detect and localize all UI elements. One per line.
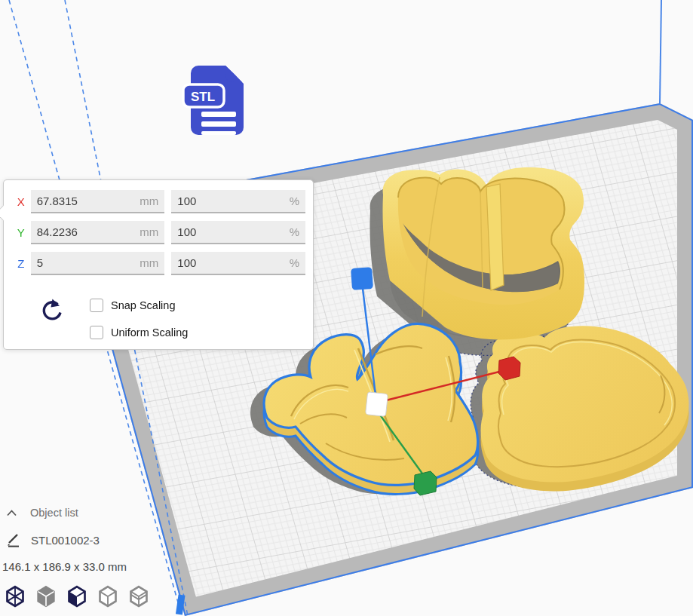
scale-row-z: Z 5 mm 100 % (11, 252, 305, 275)
object-item-name: STL001002-3 (31, 534, 100, 547)
uniform-scaling-checkbox[interactable]: Uniform Scaling (90, 325, 188, 340)
stl-file-icon: STL (182, 63, 248, 139)
gizmo-x-handle[interactable] (498, 357, 520, 380)
axis-label-x: X (11, 195, 31, 208)
y-size-input[interactable]: 84.2236 mm (31, 221, 165, 244)
snap-scaling-checkbox-box[interactable] (90, 299, 103, 312)
snap-scaling-checkbox[interactable]: Snap Scaling (90, 298, 175, 313)
gizmo-center-handle[interactable] (366, 392, 388, 417)
z-percent-value: 100 (177, 256, 289, 269)
z-size-unit: mm (140, 256, 158, 269)
view-mode-toolbar (5, 585, 159, 608)
half-filled-cube-icon[interactable] (66, 585, 87, 608)
solid-cube-icon[interactable] (35, 585, 57, 608)
pencil-icon (6, 532, 22, 547)
gizmo-z-handle[interactable] (351, 267, 373, 290)
axis-label-z: Z (11, 257, 31, 270)
stl-badge-label: STL (191, 90, 215, 104)
scale-tool-panel: X 67.8315 mm 100 % Y 84.2236 mm 100 % Z (3, 179, 314, 350)
uniform-scaling-label: Uniform Scaling (111, 326, 188, 339)
y-percent-unit: % (290, 225, 299, 238)
x-size-unit: mm (140, 195, 158, 207)
z-size-input[interactable]: 5 mm (31, 252, 165, 275)
model-cookie-cutter-box[interactable] (382, 167, 584, 339)
reset-scale-button[interactable] (37, 296, 67, 328)
x-percent-input[interactable]: 100 % (171, 190, 305, 213)
z-percent-input[interactable]: 100 % (171, 252, 305, 275)
panel-pointer-tail (0, 205, 11, 221)
layered-cube-icon[interactable] (128, 585, 149, 608)
x-percent-unit: % (290, 195, 299, 207)
y-percent-input[interactable]: 100 % (171, 221, 305, 244)
x-size-value: 67.8315 (37, 195, 140, 207)
gizmo-y-handle[interactable] (414, 471, 437, 495)
y-percent-value: 100 (177, 225, 289, 238)
object-list-title: Object list (30, 507, 78, 519)
outline-cube-icon[interactable] (97, 585, 118, 608)
object-list-header[interactable]: Object list (6, 507, 78, 519)
x-percent-value: 100 (177, 195, 289, 207)
z-percent-unit: % (290, 256, 299, 269)
object-dimensions: 146.1 x 186.9 x 33.0 mm (2, 560, 127, 573)
x-size-input[interactable]: 67.8315 mm (31, 190, 165, 213)
object-list-item[interactable]: STL001002-3 (6, 532, 100, 547)
y-size-unit: mm (140, 225, 158, 238)
wireframe-cube-icon[interactable] (5, 585, 26, 608)
axis-label-y: Y (11, 226, 31, 239)
snap-scaling-label: Snap Scaling (111, 299, 175, 311)
uniform-scaling-checkbox-box[interactable] (90, 326, 103, 339)
scale-row-y: Y 84.2236 mm 100 % (11, 221, 305, 244)
z-size-value: 5 (37, 256, 140, 269)
scale-row-x: X 67.8315 mm 100 % (11, 190, 305, 213)
collapse-chevron-icon[interactable] (6, 509, 17, 517)
application-window: STL X 67.8315 mm 100 % Y 84.2236 mm (0, 0, 693, 616)
y-size-value: 84.2236 (37, 225, 140, 238)
